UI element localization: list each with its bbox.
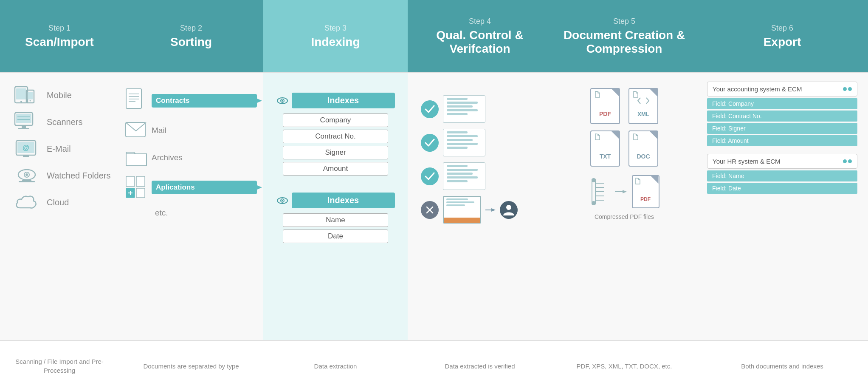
- indexing-column: Indexes Company Contract No. Signer Amou…: [263, 73, 408, 340]
- step5-header: Step 5 Document Creation & Compression: [552, 0, 696, 72]
- scan-label-watched: Watched Folders: [47, 171, 110, 181]
- compress-arrow: [615, 189, 628, 195]
- step3-header: Step 3 Indexing: [263, 0, 408, 72]
- svg-point-2: [20, 101, 22, 102]
- applications-indexes-row: Indexes: [276, 193, 395, 208]
- content-row: Mobile: [0, 72, 868, 340]
- person-icon: [500, 201, 518, 219]
- step1-header: Step 1 Scan/Import: [0, 0, 119, 72]
- archives-icon: [125, 147, 147, 168]
- sorting-column: Contracts Mail: [119, 73, 263, 340]
- footer-col3: Data extraction: [263, 341, 408, 391]
- check-icon-3: [421, 167, 439, 185]
- export-field-amount: Field: Amount: [707, 135, 857, 146]
- step4-label: Step 4: [469, 17, 491, 26]
- export-field-company: Field: Company: [707, 98, 857, 109]
- eye-icon-applications: [276, 196, 288, 205]
- index-field-company: Company: [283, 113, 388, 127]
- svg-rect-1: [16, 88, 26, 99]
- svg-point-53: [592, 178, 596, 182]
- step1-title: Scan/Import: [25, 35, 94, 49]
- compress-icon: [589, 177, 611, 207]
- email-icon: @: [15, 139, 38, 159]
- doc-preview-1: [443, 95, 485, 123]
- arrow-to-person: [485, 207, 496, 213]
- footer-col2: Documents are separated by type: [119, 341, 263, 391]
- svg-point-5: [30, 100, 31, 102]
- qc-doc-3: [421, 162, 539, 190]
- svg-marker-35: [256, 185, 262, 190]
- svg-rect-15: [23, 155, 29, 157]
- pdf-icon: PDF: [590, 88, 620, 124]
- compress-row: PDF: [589, 175, 659, 208]
- scan-item-mobile: Mobile: [15, 86, 113, 105]
- qc-doc-2: [421, 129, 539, 156]
- scan-item-email: @ E-Mail: [15, 139, 113, 159]
- scan-label-mobile: Mobile: [47, 91, 72, 100]
- index-field-name: Name: [283, 213, 388, 227]
- step4-header: Step 4 Qual. Control & Verifcation: [408, 0, 552, 72]
- export-field-date: Field: Date: [707, 183, 857, 194]
- xml-icon: XML: [628, 88, 658, 124]
- sort-etc-row: etc.: [125, 208, 257, 218]
- contracts-doc-icon: [125, 88, 147, 113]
- workflow-diagram: Step 1 Scan/Import Step 2 Sorting Step 3…: [0, 0, 868, 391]
- qc-column: [408, 73, 552, 340]
- index-field-amount: Amount: [283, 162, 388, 176]
- file-types-row2: TXT DOC: [590, 130, 658, 167]
- svg-rect-34: [136, 188, 145, 198]
- sort-label-mail: Mail: [152, 126, 166, 135]
- step4-title: Qual. Control & Verifcation: [412, 28, 548, 56]
- sort-label-archives: Archives: [152, 153, 183, 162]
- svg-point-38: [282, 100, 283, 102]
- export-field-name: Field: Name: [707, 170, 857, 181]
- dots-hr: [843, 159, 852, 163]
- footer-col5: PDF, XPS, XML, TXT, DOCX, etc.: [552, 341, 696, 391]
- index-field-date: Date: [283, 230, 388, 243]
- export-system-hr: Your HR system & ECM: [707, 154, 857, 169]
- step2-title: Sorting: [170, 35, 212, 49]
- header-row: Step 1 Scan/Import Step 2 Sorting Step 3…: [0, 0, 868, 72]
- step5-title: Document Creation & Compression: [556, 28, 692, 56]
- scanner-icon: [15, 113, 38, 132]
- compressed-label: Compressed PDF files: [595, 213, 654, 220]
- sort-archives-row: Archives: [125, 147, 257, 168]
- step3-label: Step 3: [324, 24, 347, 33]
- svg-point-18: [25, 173, 28, 176]
- export-system-accounting: Your accounting system & ECM: [707, 82, 857, 96]
- step2-header: Step 2 Sorting: [119, 0, 263, 72]
- export-column: Your accounting system & ECM Field: Comp…: [696, 73, 868, 340]
- index-field-signer: Signer: [283, 146, 388, 159]
- svg-rect-20: [19, 181, 35, 182]
- scan-item-scanners: Scanners: [15, 113, 113, 132]
- mail-icon: [125, 121, 147, 140]
- sort-applications-row: Aplications: [125, 176, 257, 199]
- svg-rect-19: [22, 180, 31, 181]
- check-icon-2: [421, 134, 439, 152]
- svg-rect-29: [126, 176, 135, 187]
- watched-folders-icon: [15, 166, 38, 185]
- step6-header: Step 6 Export: [696, 0, 868, 72]
- footer-row: Scanning / File Import and Pre-Processin…: [0, 340, 868, 391]
- step1-label: Step 1: [48, 24, 70, 33]
- svg-text:@: @: [23, 144, 29, 151]
- contracts-indexes-bar: Indexes: [292, 93, 395, 108]
- scan-item-watched: Watched Folders: [15, 166, 113, 185]
- svg-marker-26: [256, 98, 262, 103]
- svg-rect-30: [136, 176, 145, 187]
- export-group-hr: Your HR system & ECM Field: Name Field: …: [707, 154, 857, 195]
- qc-doc-rejected: [421, 196, 539, 224]
- scan-items: Mobile: [6, 86, 113, 212]
- svg-rect-8: [22, 125, 26, 128]
- x-icon-rejected: [421, 201, 439, 219]
- eye-icon-contracts: [276, 96, 288, 105]
- compressed-pdf-icon: PDF: [632, 175, 659, 208]
- svg-rect-7: [16, 114, 31, 123]
- export-field-signer: Field: Signer: [707, 123, 857, 134]
- export-field-contractno: Field: Contract No.: [707, 110, 857, 122]
- file-types-row1: PDF XML: [590, 88, 658, 124]
- index-field-contractno: Contract No.: [283, 130, 388, 143]
- applications-indexes-bar: Indexes: [292, 193, 395, 208]
- step6-title: Export: [764, 35, 801, 49]
- applications-doc-icon: [125, 176, 147, 199]
